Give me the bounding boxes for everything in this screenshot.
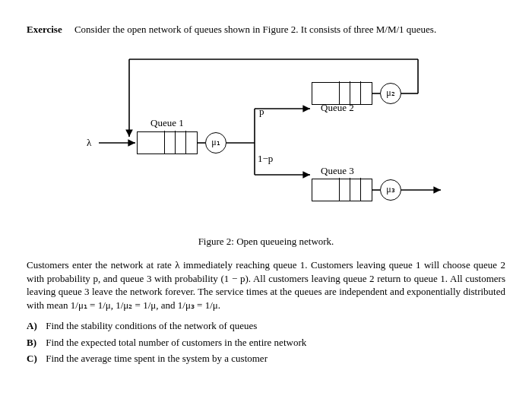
exercise-header: Exercise Consider the open network of qu… [27, 23, 505, 36]
queue2-box [312, 82, 372, 105]
question-a-label: A) [27, 319, 43, 333]
figure-caption: Figure 2: Open queueing network. [27, 235, 505, 248]
question-c-text: Find the average time spent in the syste… [46, 353, 268, 364]
question-c-label: C) [27, 352, 43, 366]
question-a-text: Find the stability conditions of the net… [46, 320, 257, 331]
queue3-box [312, 179, 372, 201]
prob-1mp-label: 1−p [258, 152, 273, 166]
question-b-label: B) [27, 336, 43, 350]
prob-p-label: p [259, 105, 264, 119]
queue1-box [137, 131, 198, 154]
question-a: A) Find the stability conditions of the … [27, 319, 505, 333]
question-c: C) Find the average time spent in the sy… [27, 352, 505, 366]
mu3-label: μ₃ [386, 183, 394, 195]
question-b: B) Find the expected total number of cus… [27, 336, 505, 350]
lambda-label: λ [87, 136, 91, 150]
queue1-label: Queue 1 [150, 116, 184, 130]
mu3-server: μ₃ [380, 179, 401, 201]
mu1-label: μ₁ [211, 136, 220, 148]
question-b-text: Find the expected total number of custom… [46, 337, 306, 348]
figure-2-diagram: λ Queue 1 μ₁ p 1−p Queue 2 μ₂ Queue 3 μ₃ [84, 44, 448, 230]
exercise-label: Exercise [27, 24, 62, 35]
mu2-server: μ₂ [380, 83, 401, 104]
mu1-server: μ₁ [205, 132, 226, 154]
problem-description: Customers enter the network at rate λ im… [27, 258, 505, 312]
mu2-label: μ₂ [386, 87, 394, 99]
exercise-intro: Consider the open network of queues show… [74, 24, 436, 35]
queue3-label: Queue 3 [321, 164, 354, 178]
